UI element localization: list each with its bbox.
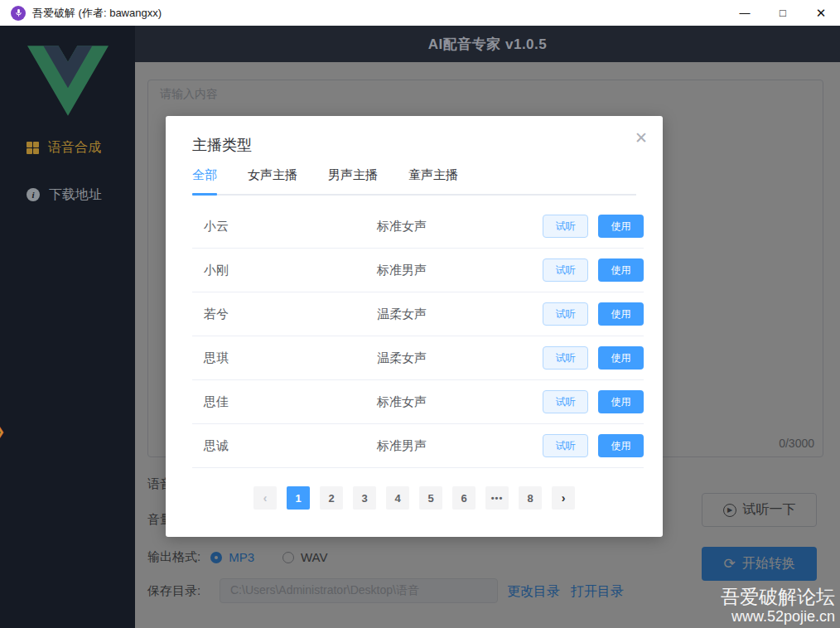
- voice-desc: 温柔女声: [377, 307, 543, 322]
- pagination-more[interactable]: •••: [485, 486, 509, 510]
- anchor-type-dialog: 主播类型 ✕ 全部女声主播男声主播童声主播 小云 标准女声 试听 使用 小刚 标…: [166, 116, 663, 537]
- watermark-line2: www.52pojie.cn: [721, 608, 835, 625]
- tab-2[interactable]: 男声主播: [328, 167, 378, 194]
- close-window-button[interactable]: ✕: [802, 0, 840, 26]
- sidebar-item-download-address[interactable]: i 下载地址: [0, 176, 135, 213]
- table-row: 小云 标准女声 试听 使用: [192, 205, 644, 249]
- table-row: 思诚 标准男声 试听 使用: [192, 424, 644, 468]
- voice-audition-button[interactable]: 试听: [543, 390, 588, 413]
- voice-use-button[interactable]: 使用: [598, 346, 644, 370]
- sidebar-item-label: 语音合成: [48, 139, 101, 157]
- voice-desc: 标准男声: [377, 438, 543, 454]
- voice-audition-button[interactable]: 试听: [543, 258, 588, 282]
- voice-use-button[interactable]: 使用: [598, 215, 644, 238]
- voice-use-button[interactable]: 使用: [598, 434, 644, 457]
- sidebar: 语音合成 i 下载地址: [0, 26, 135, 628]
- grid-icon: [27, 142, 39, 154]
- voice-desc: 标准女声: [377, 394, 543, 410]
- pagination-page-2[interactable]: 2: [320, 486, 343, 510]
- pagination-page-3[interactable]: 3: [353, 486, 376, 510]
- voice-audition-button[interactable]: 试听: [543, 215, 588, 238]
- tab-1[interactable]: 女声主播: [248, 167, 297, 194]
- pagination-page-1[interactable]: 1: [287, 486, 310, 510]
- voice-audition-button[interactable]: 试听: [543, 302, 588, 326]
- pagination-page-5[interactable]: 5: [419, 486, 442, 510]
- pagination-page-8[interactable]: 8: [519, 486, 542, 510]
- pagination-next[interactable]: ›: [552, 486, 575, 510]
- pagination: ‹123456•••8›: [166, 486, 663, 510]
- voice-name: 思诚: [204, 438, 377, 454]
- app-mic-icon: [11, 6, 26, 21]
- watermark: 吾爱破解论坛 www.52pojie.cn: [721, 587, 835, 625]
- minimize-button[interactable]: —: [726, 0, 764, 26]
- pagination-prev[interactable]: ‹: [253, 486, 277, 510]
- voice-list: 小云 标准女声 试听 使用 小刚 标准男声 试听 使用 若兮 温柔女声 试听 使…: [192, 205, 644, 468]
- window-titlebar: 吾爱破解 (作者: bawangxx) — □ ✕: [0, 0, 840, 26]
- voice-desc: 标准女声: [377, 219, 543, 234]
- app-header: AI配音专家 v1.0.5: [135, 26, 840, 62]
- table-row: 思佳 标准女声 试听 使用: [192, 380, 644, 424]
- voice-name: 思琪: [204, 350, 377, 366]
- pagination-page-4[interactable]: 4: [386, 486, 409, 510]
- voice-audition-button[interactable]: 试听: [543, 434, 588, 457]
- table-row: 思琪 温柔女声 试听 使用: [192, 336, 644, 380]
- voice-name: 若兮: [204, 307, 377, 322]
- pagination-page-6[interactable]: 6: [452, 486, 476, 510]
- voice-category-tabs: 全部女声主播男声主播童声主播: [192, 167, 636, 196]
- close-icon[interactable]: ✕: [635, 128, 648, 147]
- sidebar-item-label: 下载地址: [49, 186, 102, 204]
- page-title: AI配音专家 v1.0.5: [428, 35, 548, 54]
- window-controls: — □ ✕: [726, 0, 840, 26]
- info-icon: i: [27, 188, 40, 201]
- voice-use-button[interactable]: 使用: [598, 390, 644, 413]
- watermark-line1: 吾爱破解论坛: [721, 587, 835, 608]
- voice-desc: 温柔女声: [377, 350, 543, 366]
- voice-name: 小云: [204, 219, 377, 234]
- voice-use-button[interactable]: 使用: [598, 258, 644, 282]
- chevron-right-icon[interactable]: ❯: [0, 423, 5, 439]
- voice-audition-button[interactable]: 试听: [543, 346, 588, 370]
- dialog-title: 主播类型: [192, 135, 252, 155]
- voice-name: 小刚: [204, 263, 377, 278]
- window-title: 吾爱破解 (作者: bawangxx): [32, 6, 162, 21]
- sidebar-item-voice-synthesis[interactable]: 语音合成: [0, 129, 135, 166]
- table-row: 小刚 标准男声 试听 使用: [192, 249, 644, 292]
- maximize-button[interactable]: □: [764, 0, 802, 26]
- voice-name: 思佳: [204, 394, 377, 410]
- table-row: 若兮 温柔女声 试听 使用: [192, 292, 644, 336]
- voice-use-button[interactable]: 使用: [598, 302, 644, 326]
- app-body: 语音合成 i 下载地址 ❯ AI配音专家 v1.0.5 0/3000 语音 音量…: [0, 26, 840, 628]
- voice-desc: 标准男声: [377, 263, 543, 278]
- vue-logo-icon: [27, 46, 109, 116]
- tab-0[interactable]: 全部: [192, 167, 217, 194]
- tab-3[interactable]: 童声主播: [408, 167, 458, 194]
